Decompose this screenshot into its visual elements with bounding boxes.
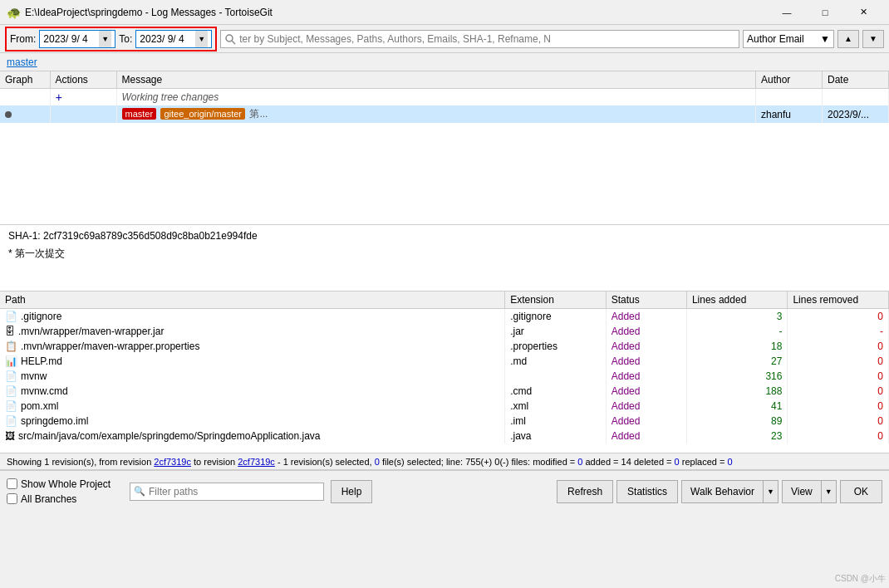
file-path-cell: 📄pom.xml <box>0 399 505 414</box>
search-input[interactable] <box>220 30 739 48</box>
bottom-bar: Show Whole Project All Branches 🔍 Help R… <box>0 470 889 512</box>
lines-added-count: 755(+) <box>465 457 492 467</box>
file-path-cell: 📄springdemo.iml <box>0 414 505 429</box>
close-button[interactable]: ✕ <box>844 0 882 25</box>
walk-behavior-button[interactable]: Walk Behavior <box>681 480 763 503</box>
file-icon: 🖼 <box>5 430 15 442</box>
file-lines-removed-cell: 0 <box>788 309 889 325</box>
from-label: From: <box>10 33 36 45</box>
file-ext-cell: .gitignore <box>505 309 607 325</box>
from-date-field[interactable] <box>43 33 97 45</box>
title-bar: 🐢 E:\IdeaProject\springdemo - Log Messag… <box>0 0 889 25</box>
log-table-header: Graph Actions Message Author Date <box>0 71 889 89</box>
filter-paths-area[interactable]: 🔍 <box>130 483 324 501</box>
help-button[interactable]: Help <box>331 480 373 503</box>
file-ext-cell: .md <box>505 354 607 369</box>
file-lines-added-cell: 18 <box>686 339 788 354</box>
refresh-button[interactable]: Refresh <box>557 480 613 503</box>
file-row[interactable]: 📄springdemo.iml .iml Added 89 0 <box>0 414 889 429</box>
walk-behavior-dropdown[interactable]: ▼ <box>763 480 778 503</box>
file-lines-removed-cell: 0 <box>788 429 889 443</box>
branch-name[interactable]: master <box>7 56 37 68</box>
filter-paths-input[interactable] <box>149 486 320 497</box>
to-date-input[interactable]: ▼ <box>135 30 212 48</box>
file-row[interactable]: 📄mvnw.cmd .cmd Added 188 0 <box>0 384 889 399</box>
file-status-cell: Added <box>606 324 686 339</box>
file-path-cell: 📄mvnw <box>0 369 505 384</box>
file-icon: 📄 <box>5 385 17 397</box>
to-date-dropdown[interactable]: ▼ <box>195 31 208 47</box>
file-status-cell: Added <box>606 414 686 429</box>
deleted-count: 0 <box>675 457 680 467</box>
col-path: Path <box>0 292 505 309</box>
graph-dot <box>5 111 12 118</box>
file-row[interactable]: 📄pom.xml .xml Added 41 0 <box>0 399 889 414</box>
file-lines-removed-cell: - <box>788 324 889 339</box>
show-whole-project-checkbox[interactable] <box>7 478 17 489</box>
file-ext-cell <box>505 369 607 384</box>
file-path-cell: 📋.mvn/wrapper/maven-wrapper.properties <box>0 339 505 354</box>
nav-up-button[interactable]: ▲ <box>837 30 859 48</box>
files-table-header: Path Extension Status Lines added Lines … <box>0 292 889 309</box>
modified-count: 0 <box>577 457 582 467</box>
file-path-cell: 📄.gitignore <box>0 309 505 325</box>
revision-count: 1 <box>44 457 49 467</box>
date-cell-wt <box>823 89 889 106</box>
log-table: Graph Actions Message Author Date + Work… <box>0 71 889 123</box>
file-lines-added-cell: 3 <box>686 309 788 325</box>
file-row[interactable]: 📊HELP.md .md Added 27 0 <box>0 354 889 369</box>
file-path-cell: 📊HELP.md <box>0 354 505 369</box>
tag-master: master <box>122 108 157 120</box>
statistics-button[interactable]: Statistics <box>616 480 678 503</box>
nav-down-button[interactable]: ▼ <box>862 30 884 48</box>
file-lines-removed-cell: 0 <box>788 414 889 429</box>
author-cell-commit: zhanfu <box>756 105 823 123</box>
file-lines-added-cell: 89 <box>686 414 788 429</box>
minimize-button[interactable]: — <box>768 0 806 25</box>
file-row[interactable]: 🖼src/main/java/com/example/springdemo/Sp… <box>0 429 889 443</box>
all-branches-row: All Branches <box>7 493 123 505</box>
file-status-cell: Added <box>606 309 686 325</box>
show-whole-project-label: Show Whole Project <box>21 478 111 490</box>
added-count: 14 <box>621 457 631 467</box>
file-row[interactable]: 🗄.mvn/wrapper/maven-wrapper.jar .jar Add… <box>0 324 889 339</box>
selected-count: 1 <box>283 457 288 467</box>
from-date-dropdown[interactable]: ▼ <box>99 31 111 47</box>
to-revision[interactable]: 2cf7319c <box>238 457 275 467</box>
file-status-cell: Added <box>606 339 686 354</box>
file-row[interactable]: 📋.mvn/wrapper/maven-wrapper.properties .… <box>0 339 889 354</box>
file-row[interactable]: 📄mvnw Added 316 0 <box>0 369 889 384</box>
commit-row[interactable]: master gitee_origin/master 第... zhanfu 2… <box>0 105 889 123</box>
file-ext-cell: .properties <box>505 339 607 354</box>
view-button[interactable]: View <box>782 480 821 503</box>
commit-info: SHA-1: 2cf7319c69a8789c356d508d9c8ba0b21… <box>0 225 889 292</box>
walk-behavior-split-btn: Walk Behavior ▼ <box>681 480 778 503</box>
to-label: To: <box>119 33 132 45</box>
status-text: Showing 1 revision(s), from revision 2cf… <box>7 457 733 467</box>
author-dropdown-arrow: ▼ <box>820 33 830 45</box>
file-ext-cell: .xml <box>505 399 607 414</box>
col-lines-removed: Lines removed <box>788 292 889 309</box>
toolbar: From: ▼ To: ▼ Author Email ▼ ▲ ▼ <box>0 25 889 53</box>
maximize-button[interactable]: □ <box>806 0 844 25</box>
file-status-cell: Added <box>606 369 686 384</box>
view-dropdown[interactable]: ▼ <box>821 480 837 503</box>
commit-message: * 第一次提交 <box>8 247 881 261</box>
file-icon: 📄 <box>5 370 17 382</box>
ok-button[interactable]: OK <box>840 480 882 503</box>
files-table: Path Extension Status Lines added Lines … <box>0 292 889 443</box>
file-lines-removed-cell: 0 <box>788 399 889 414</box>
from-date-input[interactable]: ▼ <box>39 30 115 48</box>
all-branches-checkbox[interactable] <box>7 493 17 504</box>
author-email-dropdown[interactable]: Author Email ▼ <box>743 30 834 48</box>
file-row[interactable]: 📄.gitignore .gitignore Added 3 0 <box>0 309 889 325</box>
sha-line: SHA-1: 2cf7319c69a8789c356d508d9c8ba0b21… <box>8 230 881 242</box>
tag-gitee: gitee_origin/master <box>160 108 245 120</box>
working-tree-row[interactable]: + Working tree changes <box>0 89 889 106</box>
show-whole-project-row: Show Whole Project <box>7 478 123 490</box>
file-ext-cell: .cmd <box>505 384 607 399</box>
file-lines-added-cell: 316 <box>686 369 788 384</box>
file-lines-removed-cell: 0 <box>788 384 889 399</box>
from-revision[interactable]: 2cf7319c <box>154 457 191 467</box>
to-date-field[interactable] <box>140 33 194 45</box>
